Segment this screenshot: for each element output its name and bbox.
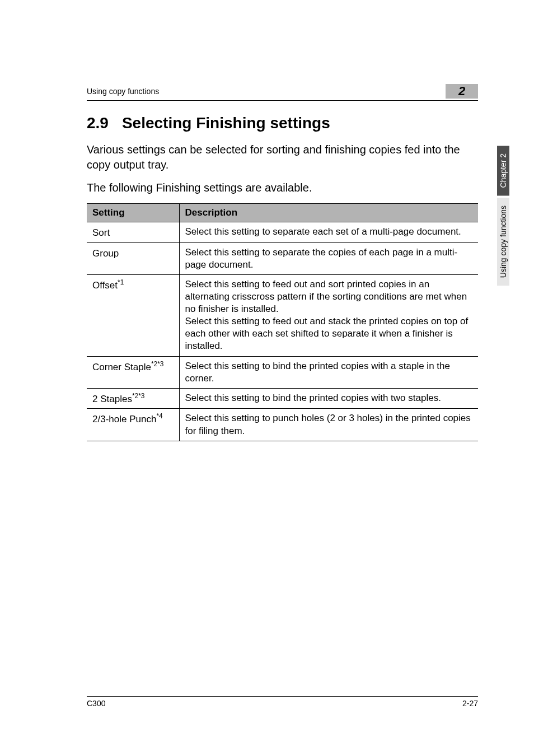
section-number: 2.9 [87,114,109,132]
setting-sup: *2*3 [132,392,144,400]
setting-name: 2/3-hole Punch [92,414,156,424]
setting-cell: 2/3-hole Punch*4 [87,409,179,441]
description-cell: Select this setting to bind the printed … [179,356,478,388]
intro-paragraph-1: Various settings can be selected for sor… [87,142,478,172]
page-header: Using copy functions 2 [87,84,478,101]
page-footer: C300 2-27 [87,696,478,708]
side-tabs: Chapter 2 Using copy functions [497,146,509,286]
section-title: Selecting Finishing settings [122,114,330,132]
setting-cell: 2 Staples*2*3 [87,388,179,409]
setting-sup: *1 [118,278,124,286]
chapter-tab: Chapter 2 [497,146,509,195]
setting-cell: Offset*1 [87,274,179,356]
table-header-row: Setting Description [87,204,478,222]
section-tab: Using copy functions [497,198,509,286]
setting-sup: *2*3 [151,360,163,368]
table-row: Offset*1 Select this setting to feed out… [87,274,478,356]
footer-right: 2-27 [462,699,478,708]
footer-left: C300 [87,699,105,708]
section-heading: 2.9 Selecting Finishing settings [87,114,478,132]
setting-name: 2 Staples [92,393,132,404]
setting-cell: Group [87,242,179,274]
description-cell: Select this setting to bind the printed … [179,388,478,409]
setting-cell: Corner Staple*2*3 [87,356,179,388]
col-header-description: Description [179,204,478,222]
setting-name: Sort [92,227,110,238]
description-cell: Select this setting to separate the copi… [179,242,478,274]
intro-paragraph-2: The following Finishing settings are ava… [87,180,478,195]
col-header-setting: Setting [87,204,179,222]
table-row: Group Select this setting to separate th… [87,242,478,274]
setting-name: Corner Staple [92,361,151,372]
description-cell: Select this setting to separate each set… [179,222,478,243]
setting-sup: *4 [156,412,162,420]
description-cell: Select this setting to feed out and sort… [179,274,478,356]
running-head: Using copy functions [87,87,159,96]
settings-table: Setting Description Sort Select this set… [87,203,478,441]
table-row: 2/3-hole Punch*4 Select this setting to … [87,409,478,441]
table-row: Corner Staple*2*3 Select this setting to… [87,356,478,388]
table-row: 2 Staples*2*3 Select this setting to bin… [87,388,478,409]
setting-cell: Sort [87,222,179,243]
table-row: Sort Select this setting to separate eac… [87,222,478,243]
chapter-badge: 2 [446,84,478,99]
setting-name: Group [92,248,119,258]
description-cell: Select this setting to punch holes (2 or… [179,409,478,441]
setting-name: Offset [92,280,118,291]
